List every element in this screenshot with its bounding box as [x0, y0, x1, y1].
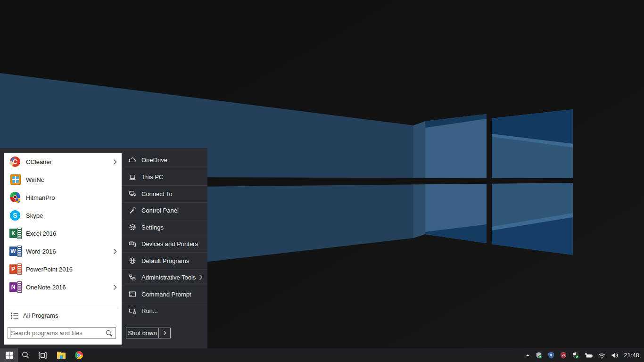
- search-icon: [105, 329, 113, 337]
- submenu-chevron-icon: [113, 248, 117, 255]
- menu-item-connect-to[interactable]: Connect To: [122, 185, 207, 202]
- search-icon: [22, 351, 30, 359]
- list-icon: [10, 312, 18, 320]
- menu-item-label: CCleaner: [26, 158, 52, 165]
- submenu-chevron-icon: [113, 284, 117, 290]
- menu-item-label: PowerPoint 2016: [26, 266, 73, 273]
- search-input[interactable]: [8, 329, 105, 337]
- menu-item-label: OneNote 2016: [26, 284, 66, 291]
- all-programs-button[interactable]: All Programs: [4, 309, 122, 322]
- menu-divider: [5, 308, 119, 308]
- laptop-icon: [128, 173, 137, 181]
- run-icon: [128, 307, 137, 315]
- taskbar-clock[interactable]: 21:48: [621, 352, 644, 359]
- start-menu: C CCleaner WinNc HitmanPro: [0, 148, 207, 348]
- admin-tools-icon: [128, 273, 137, 282]
- remote-desktop-icon: [128, 189, 137, 198]
- chevron-right-icon: [163, 330, 166, 336]
- gear-icon: [128, 223, 137, 231]
- tray-blue-shield[interactable]: [545, 348, 557, 362]
- globe-icon: [128, 256, 137, 265]
- menu-item-devices-printers[interactable]: Devices and Printers: [122, 236, 207, 253]
- task-view-icon: [38, 352, 47, 359]
- menu-item-winnc[interactable]: WinNc: [4, 171, 122, 189]
- menu-item-label: Skype: [26, 212, 43, 219]
- shield-check-icon: [535, 352, 543, 359]
- powerpoint-icon: P: [9, 263, 22, 275]
- submenu-chevron-icon: [113, 159, 117, 165]
- taskbar-search-button[interactable]: [21, 348, 30, 362]
- taskbar: VS: [0, 348, 644, 362]
- tray-volume[interactable]: [608, 348, 621, 362]
- excel-icon: X: [9, 228, 22, 239]
- cloud-icon: [128, 156, 137, 165]
- menu-item-label: Excel 2016: [26, 230, 56, 237]
- wrench-icon: [128, 206, 137, 215]
- menu-item-administrative-tools[interactable]: Administrative Tools: [122, 269, 207, 286]
- menu-item-label: HitmanPro: [26, 194, 55, 201]
- file-explorer-button[interactable]: [56, 348, 66, 362]
- start-button[interactable]: [0, 348, 18, 362]
- shutdown-button[interactable]: Shut down: [126, 328, 158, 338]
- start-menu-programs-panel: C CCleaner WinNc HitmanPro: [4, 153, 122, 345]
- menu-item-powerpoint[interactable]: P PowerPoint 2016: [4, 260, 122, 278]
- tray-voodooshield[interactable]: VS: [557, 348, 570, 362]
- menu-item-skype[interactable]: S Skype: [4, 206, 122, 224]
- speaker-icon: [611, 352, 619, 359]
- menu-item-default-programs[interactable]: Default Programs: [122, 252, 207, 269]
- text-caret: [10, 329, 10, 337]
- menu-item-onenote[interactable]: N OneNote 2016: [4, 278, 122, 296]
- chrome-button[interactable]: [74, 348, 84, 362]
- tray-windows-defender[interactable]: [570, 348, 582, 362]
- svg-text:VS: VS: [562, 354, 565, 356]
- hitmanpro-icon: [9, 192, 22, 203]
- chrome-icon: [75, 351, 83, 359]
- menu-item-onedrive[interactable]: OneDrive: [122, 152, 207, 169]
- search-box: [8, 327, 116, 339]
- skype-icon: S: [9, 210, 22, 221]
- devices-icon: [128, 240, 137, 248]
- menu-item-word[interactable]: W Word 2016: [4, 242, 122, 260]
- vs-shield-icon: VS: [560, 352, 567, 359]
- word-icon: W: [9, 246, 22, 257]
- folder-icon: [57, 352, 66, 359]
- windows-logo-icon: [6, 352, 13, 359]
- command-prompt-icon: C:\: [128, 290, 137, 298]
- ccleaner-icon: C: [9, 156, 22, 167]
- menu-item-run[interactable]: Run...: [122, 303, 207, 320]
- shutdown-split-button: Shut down: [126, 328, 171, 338]
- tray-network[interactable]: [595, 348, 608, 362]
- start-menu-places-panel: OneDrive This PC Connect To: [122, 148, 207, 348]
- blue-shield-icon: [547, 352, 555, 359]
- svg-text:C:\: C:\: [130, 293, 133, 295]
- menu-item-this-pc[interactable]: This PC: [122, 169, 207, 186]
- menu-item-label: WinNc: [26, 176, 44, 183]
- system-tray: VS: [523, 348, 644, 362]
- menu-item-control-panel[interactable]: Control Panel: [122, 202, 207, 219]
- menu-item-command-prompt[interactable]: C:\ Command Prompt: [122, 286, 207, 303]
- menu-item-hitmanpro[interactable]: HitmanPro: [4, 189, 122, 206]
- desktop: C CCleaner WinNc HitmanPro: [0, 0, 644, 362]
- winnc-icon: [9, 174, 22, 185]
- show-hidden-icons-button[interactable]: [523, 348, 533, 362]
- task-view-button[interactable]: [37, 348, 48, 362]
- tray-power-status[interactable]: [582, 348, 595, 362]
- battery-plug-icon: [584, 352, 593, 359]
- menu-item-excel[interactable]: X Excel 2016: [4, 224, 122, 242]
- tray-antivirus-shield[interactable]: [533, 348, 545, 362]
- shutdown-options-arrow[interactable]: [158, 328, 170, 338]
- menu-item-settings[interactable]: Settings: [122, 219, 207, 236]
- defender-shield-icon: [572, 352, 579, 359]
- wifi-icon: [598, 352, 606, 359]
- onenote-icon: N: [9, 281, 22, 293]
- menu-item-ccleaner[interactable]: C CCleaner: [4, 153, 122, 171]
- menu-item-label: Word 2016: [26, 248, 56, 255]
- submenu-chevron-icon: [199, 274, 203, 280]
- chevron-up-icon: [525, 353, 530, 358]
